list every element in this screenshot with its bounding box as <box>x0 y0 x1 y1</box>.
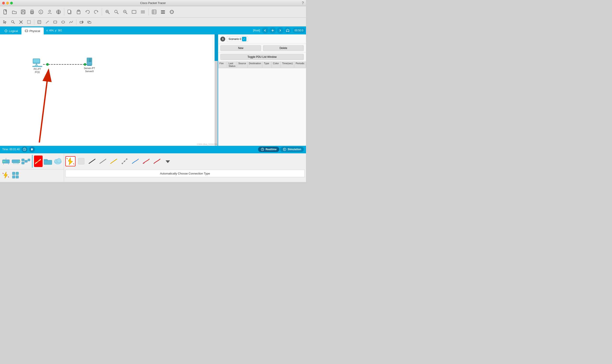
coaxial-cable-tool[interactable] <box>141 156 151 166</box>
info-button[interactable]: i <box>37 8 45 16</box>
svg-marker-37 <box>3 21 6 24</box>
scroll-thumb[interactable] <box>215 34 218 61</box>
category-misc[interactable] <box>43 156 53 167</box>
note-tool[interactable] <box>36 19 43 25</box>
maximize-button[interactable] <box>10 2 13 4</box>
right-panel: ℹ Scenario 0 ✓ New Delete Toggle PDU Lis… <box>218 34 306 146</box>
svg-line-117 <box>73 163 74 164</box>
secondary-toolbar <box>0 18 306 26</box>
reset-time-button[interactable] <box>22 146 27 152</box>
pen-tool[interactable] <box>43 19 51 25</box>
open-file-button[interactable] <box>10 8 19 16</box>
svg-rect-50 <box>80 21 82 23</box>
connections-category-icon <box>34 157 42 165</box>
canvas-area[interactable]: PC-PT PC0 Server-PT Serv <box>0 34 218 146</box>
freehand-tool[interactable] <box>67 19 75 25</box>
mode-switch: Realtime Simulation <box>258 147 304 152</box>
lightning-device[interactable] <box>1 171 10 179</box>
category-connections[interactable] <box>34 156 43 167</box>
phone-cable-icon <box>131 157 139 165</box>
print-button[interactable] <box>28 8 36 16</box>
zoom-out-button[interactable] <box>121 8 129 16</box>
fiber-optic-tool[interactable] <box>120 156 130 166</box>
list-view-button[interactable] <box>139 8 147 16</box>
help-button[interactable]: ? <box>302 1 304 5</box>
realtime-mode-button[interactable]: Realtime <box>258 147 279 152</box>
scenario-check[interactable]: ✓ <box>242 37 246 41</box>
save-button[interactable] <box>19 8 27 16</box>
copy-button[interactable] <box>66 8 74 16</box>
more-connections-button[interactable] <box>163 156 173 166</box>
ellipse-tool[interactable] <box>59 19 67 25</box>
svg-point-72 <box>88 59 89 59</box>
fit-screen-button[interactable] <box>130 8 138 16</box>
svg-rect-33 <box>161 10 165 11</box>
col-color: Color <box>272 61 281 68</box>
auto-connection-tool[interactable] <box>65 156 76 166</box>
svg-rect-43 <box>38 21 41 24</box>
svg-point-38 <box>12 21 14 23</box>
undo-button[interactable] <box>83 8 92 16</box>
rectangle-tool[interactable] <box>52 19 59 25</box>
delete-scenario-button[interactable]: Delete <box>263 45 304 51</box>
phone-cable-tool[interactable] <box>130 156 140 166</box>
svg-line-17 <box>108 13 109 14</box>
pdu-complex-tool[interactable] <box>86 19 93 25</box>
move-button[interactable] <box>277 27 284 34</box>
palette-button[interactable] <box>168 8 176 16</box>
zoom-in-glass-button[interactable] <box>103 8 112 16</box>
grid-device[interactable] <box>11 171 20 179</box>
physical-tab[interactable]: Physical <box>21 27 43 34</box>
copper-straight-tool[interactable] <box>98 156 108 166</box>
map-button[interactable] <box>284 27 291 34</box>
back-button[interactable] <box>262 27 269 34</box>
svg-line-126 <box>124 159 127 161</box>
new-file-button[interactable] <box>1 8 10 16</box>
search-tool[interactable] <box>9 19 17 25</box>
delete-tool[interactable] <box>17 19 25 25</box>
select-tool[interactable] <box>1 19 9 25</box>
close-button[interactable] <box>2 2 5 4</box>
svg-marker-79 <box>31 148 33 150</box>
add-device-button[interactable] <box>269 27 276 34</box>
svg-rect-13 <box>68 10 70 13</box>
area-select-tool[interactable] <box>25 19 33 25</box>
redo-button[interactable] <box>92 8 100 16</box>
device-server0[interactable]: Server-PT Server0 <box>84 57 95 73</box>
category-hubs[interactable] <box>21 156 30 167</box>
console-cable-tool[interactable] <box>87 156 97 166</box>
minimize-button[interactable] <box>6 2 9 4</box>
logical-tab[interactable]: Logical <box>1 27 21 34</box>
svg-rect-101 <box>25 160 27 162</box>
svg-line-121 <box>111 159 117 163</box>
scrollbar[interactable] <box>215 34 218 146</box>
scenario-select[interactable]: Scenario 0 ✓ <box>227 36 248 42</box>
svg-rect-111 <box>12 172 15 175</box>
pdu-simple-tool[interactable] <box>78 19 85 25</box>
play-button[interactable] <box>29 146 35 152</box>
paste-button[interactable] <box>74 8 83 16</box>
category-switches[interactable] <box>11 156 21 167</box>
copper-crossover-tool[interactable] <box>109 156 119 166</box>
serial-dce-tool[interactable] <box>152 156 162 166</box>
toggle-pdu-button[interactable]: Toggle PDU List Window <box>220 54 304 60</box>
svg-point-88 <box>4 161 5 162</box>
svg-rect-53 <box>89 22 91 23</box>
server0-label: Server-PT Server0 <box>84 67 95 73</box>
routers-icon <box>1 157 11 166</box>
zoom-button[interactable] <box>112 8 121 16</box>
topology-button[interactable] <box>150 8 158 16</box>
pc0-label: PC-PT PC0 <box>34 67 41 74</box>
main-toolbar: i <box>0 6 306 18</box>
network-button[interactable] <box>54 8 63 16</box>
user-button[interactable] <box>45 8 54 16</box>
svg-point-98 <box>19 161 20 162</box>
category-routers[interactable] <box>1 156 11 167</box>
config-button[interactable] <box>159 8 167 16</box>
null-connection-tool[interactable] <box>76 156 86 166</box>
new-scenario-button[interactable]: New <box>220 45 261 51</box>
device-pc0[interactable]: PC-PT PC0 <box>32 58 43 74</box>
cloud-icon <box>53 157 63 166</box>
simulation-mode-button[interactable]: Simulation <box>280 147 304 152</box>
category-cloud[interactable] <box>53 156 63 167</box>
